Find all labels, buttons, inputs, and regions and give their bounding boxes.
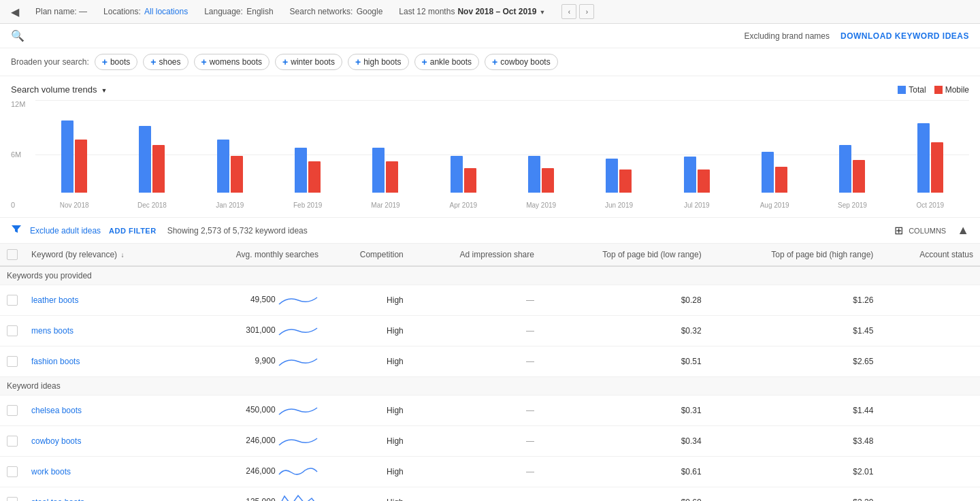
avg-monthly-value: 246,000 — [246, 466, 275, 476]
bar-blue — [451, 156, 463, 193]
download-keyword-ideas-link[interactable]: DOWNLOAD KEYWORD IDEAS — [840, 31, 969, 41]
add-filter-button[interactable]: ADD FILTER — [109, 227, 157, 235]
x-label: Oct 2019 — [892, 201, 969, 209]
x-label: Nov 2018 — [35, 201, 113, 209]
bars-area — [35, 100, 969, 193]
bid-low-cell: $0.31 — [541, 395, 708, 426]
broaden-label: Broaden your search: — [11, 57, 89, 67]
competition-cell: High — [325, 457, 410, 487]
ad-impression-cell: — — [410, 316, 541, 346]
x-label: Jun 2019 — [580, 201, 657, 209]
header-account-status: Account status — [880, 244, 980, 266]
y-label-6m: 6M — [11, 150, 35, 159]
next-date-button[interactable]: › — [579, 4, 594, 19]
avg-monthly-value: 301,000 — [246, 325, 275, 335]
legend-total-label: Total — [909, 85, 926, 95]
header-ad-impression: Ad impression share — [410, 244, 541, 266]
showing-text: Showing 2,573 of 5,732 keyword ideas — [167, 226, 308, 236]
broaden-tag-boots[interactable]: + boots — [95, 54, 138, 70]
bar-group — [736, 152, 813, 193]
legend-mobile-label: Mobile — [945, 85, 969, 95]
row-checkbox[interactable] — [7, 325, 18, 336]
competition-cell: High — [325, 487, 410, 502]
table-row: steel toe boots135,000 High—$0.60$2.29 — [0, 487, 980, 502]
table-row: cowboy boots246,000 High—$0.34$3.48 — [0, 426, 980, 457]
row-checkbox[interactable] — [7, 436, 18, 447]
header-keyword[interactable]: Keyword (by relevance) ↓ — [24, 244, 182, 266]
keyword-link[interactable]: cowboy boots — [31, 436, 81, 446]
date-range[interactable]: Last 12 months Nov 2018 – Oct 2019 — [399, 7, 545, 16]
bar-group — [113, 126, 191, 193]
bar-group — [191, 140, 269, 193]
row-checkbox[interactable] — [7, 295, 18, 306]
ad-impression-cell: — — [410, 285, 541, 316]
broaden-tag-high-boots[interactable]: + high boots — [348, 54, 409, 70]
y-label-0: 0 — [11, 201, 35, 209]
header-bid-low: Top of page bid (low range) — [541, 244, 708, 266]
bar-group — [892, 123, 969, 193]
account-status-cell — [880, 285, 980, 316]
broaden-tag-ankle-boots[interactable]: + ankle boots — [414, 54, 480, 70]
row-checkbox[interactable] — [7, 356, 18, 367]
collapse-button[interactable]: ▲ — [957, 223, 969, 238]
table-row: work boots246,000 High—$0.61$2.01 — [0, 457, 980, 487]
bar-group — [346, 148, 424, 193]
row-checkbox[interactable] — [7, 466, 18, 477]
filter-bar: Exclude adult ideas ADD FILTER Showing 2… — [0, 218, 980, 244]
back-button[interactable]: ◀ — [11, 5, 19, 18]
x-label: Dec 2018 — [113, 201, 191, 209]
locations-value[interactable]: All locations — [144, 7, 188, 16]
account-status-cell — [880, 487, 980, 502]
bar-red — [231, 156, 243, 193]
header-bid-high: Top of page bid (high range) — [708, 244, 881, 266]
bar-group — [269, 148, 346, 193]
ad-impression-cell: — — [410, 487, 541, 502]
search-input[interactable]: leather boots, mens boots, fashionable b… — [30, 31, 745, 41]
keyword-link[interactable]: leather boots — [31, 295, 78, 305]
sort-arrow-icon: ↓ — [120, 251, 124, 259]
search-bar: 🔍 leather boots, mens boots, fashionable… — [0, 24, 980, 48]
avg-monthly-value: 450,000 — [246, 405, 275, 415]
row-checkbox[interactable] — [7, 405, 18, 416]
bar-group — [35, 120, 113, 193]
broaden-tag-cowboy-boots[interactable]: + cowboy boots — [485, 54, 558, 70]
broaden-tag-womens-boots[interactable]: + womens boots — [194, 54, 270, 70]
bid-high-cell: $2.01 — [708, 457, 881, 487]
exclude-adult-ideas-link[interactable]: Exclude adult ideas — [30, 226, 101, 236]
account-status-cell — [880, 346, 980, 377]
broaden-tag-shoes[interactable]: + shoes — [143, 54, 188, 70]
broaden-tag-winter-boots[interactable]: + winter boots — [275, 54, 342, 70]
row-checkbox[interactable] — [7, 497, 18, 501]
x-labels: Nov 2018Dec 2018Jan 2019Feb 2019Mar 2019… — [35, 201, 969, 209]
y-axis: 12M 6M 0 — [11, 100, 35, 209]
bid-low-cell: $0.61 — [541, 457, 708, 487]
bar-blue — [372, 148, 385, 193]
account-status-cell — [880, 395, 980, 426]
bid-high-cell: $1.45 — [708, 316, 881, 346]
select-all-checkbox[interactable] — [7, 249, 18, 260]
bar-group — [502, 156, 580, 193]
account-status-cell — [880, 426, 980, 457]
bar-blue — [217, 140, 229, 193]
table-row: mens boots301,000 High—$0.32$1.45 — [0, 316, 980, 346]
account-status-cell — [880, 316, 980, 346]
keyword-link[interactable]: mens boots — [31, 326, 74, 336]
header-checkbox-cell[interactable] — [0, 244, 24, 266]
legend-mobile: Mobile — [934, 85, 969, 95]
bar-red — [775, 167, 787, 193]
keyword-link[interactable]: work boots — [31, 467, 71, 476]
prev-date-button[interactable]: ‹ — [561, 4, 576, 19]
bid-high-cell: $2.65 — [708, 346, 881, 377]
columns-icon[interactable]: ⊞ — [894, 224, 903, 237]
chart-title: Search volume trends — [11, 84, 97, 95]
table-row: chelsea boots450,000 High—$0.31$1.44 — [0, 395, 980, 426]
account-status-cell — [880, 457, 980, 487]
search-icon: 🔍 — [11, 29, 24, 42]
x-label: Jul 2019 — [658, 201, 736, 209]
chevron-down-icon[interactable] — [101, 84, 107, 95]
search-networks-label: Search networks: Google — [290, 7, 383, 16]
keyword-link[interactable]: steel toe boots — [31, 498, 84, 501]
keyword-link[interactable]: fashion boots — [31, 357, 80, 366]
bid-low-cell: $0.34 — [541, 426, 708, 457]
keyword-link[interactable]: chelsea boots — [31, 406, 82, 415]
